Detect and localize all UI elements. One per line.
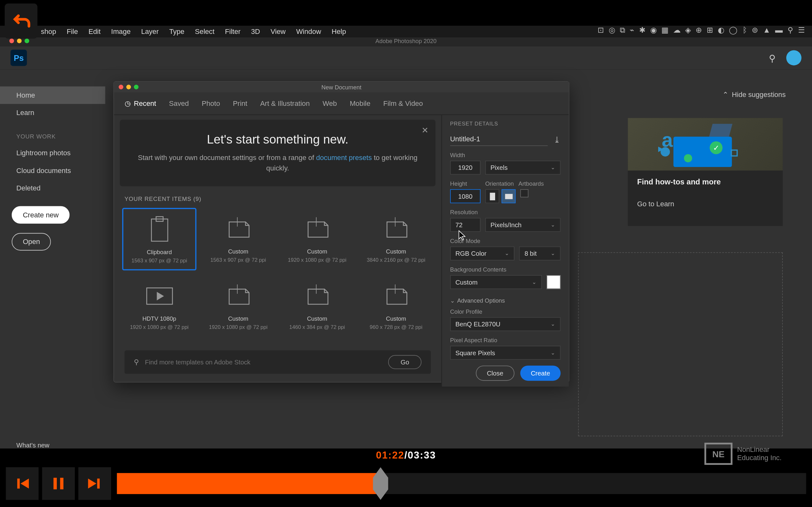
- tray-icon[interactable]: ☁: [673, 26, 681, 35]
- tray-icon[interactable]: ▦: [661, 26, 668, 35]
- tab-art[interactable]: Art & Illustration: [260, 97, 310, 110]
- stock-go-button[interactable]: Go: [388, 355, 421, 369]
- width-unit-select[interactable]: Pixels⌄: [485, 161, 561, 175]
- sidebar-deleted[interactable]: Deleted: [0, 179, 105, 197]
- menu-help[interactable]: Help: [332, 27, 346, 36]
- sidebar-home[interactable]: Home: [0, 87, 105, 104]
- tray-icon[interactable]: ⌁: [629, 26, 635, 35]
- menu-type[interactable]: Type: [169, 27, 184, 36]
- preset-item[interactable]: Clipboard1563 x 907 px @ 72 ppi: [122, 208, 196, 270]
- tab-web[interactable]: Web: [322, 97, 337, 110]
- bluetooth-icon[interactable]: ᛒ: [743, 26, 747, 35]
- width-input[interactable]: [450, 161, 480, 175]
- menu-file[interactable]: File: [67, 27, 78, 36]
- volume-icon[interactable]: ▲: [763, 26, 770, 35]
- preset-name: HDTV 1080p: [126, 315, 192, 322]
- menu-image[interactable]: Image: [111, 27, 131, 36]
- menu-view[interactable]: View: [270, 27, 286, 36]
- pixel-aspect-select[interactable]: Square Pixels⌄: [450, 346, 560, 360]
- resolution-input[interactable]: [450, 218, 480, 232]
- tray-icon[interactable]: ◐: [718, 26, 724, 35]
- background-select[interactable]: Custom⌄: [450, 275, 542, 289]
- resolution-unit-select[interactable]: Pixels/Inch⌄: [485, 218, 561, 232]
- dialog-create-button[interactable]: Create: [520, 366, 560, 381]
- tray-icon[interactable]: ◈: [685, 26, 691, 35]
- color-profile-select[interactable]: BenQ EL2870U⌄: [450, 317, 560, 331]
- video-progress-track[interactable]: [117, 473, 806, 494]
- banner: ✕ Let's start something new. Start with …: [120, 120, 436, 186]
- preset-item[interactable]: Custom1920 x 1080 px @ 72 ppi: [280, 208, 354, 270]
- artboards-checkbox[interactable]: [520, 189, 528, 198]
- tray-icon[interactable]: ⧉: [620, 26, 625, 35]
- color-mode-select[interactable]: RGB Color⌄: [450, 246, 514, 261]
- height-input[interactable]: [450, 189, 480, 203]
- sidebar-lightroom[interactable]: Lightroom photos: [0, 144, 105, 162]
- tray-icon[interactable]: ⊕: [696, 26, 702, 35]
- presets-grid: Clipboard1563 x 907 px @ 72 ppiCustom156…: [122, 208, 433, 336]
- preset-item[interactable]: Custom1460 x 384 px @ 72 ppi: [280, 275, 354, 337]
- close-light[interactable]: [9, 39, 14, 43]
- preset-item[interactable]: Custom1920 x 1080 px @ 72 ppi: [201, 275, 275, 337]
- tray-icon[interactable]: ◯: [729, 26, 738, 35]
- stock-search-input[interactable]: [145, 359, 383, 366]
- create-new-button[interactable]: Create new: [12, 206, 70, 224]
- tray-icon[interactable]: ✱: [639, 26, 646, 35]
- menu-edit[interactable]: Edit: [89, 27, 101, 36]
- minimize-light[interactable]: [17, 39, 21, 43]
- menu-icon[interactable]: ☰: [798, 26, 805, 35]
- tab-recent[interactable]: ◷Recent: [125, 97, 156, 110]
- search-icon[interactable]: ⚲: [769, 52, 776, 63]
- sidebar-learn[interactable]: Learn: [0, 104, 105, 121]
- dialog-min-light[interactable]: [126, 84, 131, 89]
- bit-depth-select[interactable]: 8 bit⌄: [519, 246, 560, 261]
- preset-item[interactable]: Custom960 x 728 px @ 72 ppi: [359, 275, 433, 337]
- search-icon[interactable]: ⚲: [788, 26, 793, 35]
- advanced-options-toggle[interactable]: ⌄Advanced Options: [450, 297, 560, 303]
- save-preset-icon[interactable]: ⤓: [554, 135, 560, 144]
- dialog-close-button[interactable]: Close: [476, 366, 514, 381]
- menu-window[interactable]: Window: [296, 27, 321, 36]
- battery-icon[interactable]: ▬: [775, 26, 783, 35]
- back-button[interactable]: [5, 3, 38, 39]
- preset-item[interactable]: Custom1563 x 907 px @ 72 ppi: [201, 208, 275, 270]
- dialog-max-light[interactable]: [134, 84, 139, 89]
- go-to-learn-link[interactable]: Go to Learn: [637, 200, 674, 208]
- dropzone[interactable]: [578, 252, 783, 436]
- progress-thumb[interactable]: [372, 467, 390, 500]
- orientation-portrait-button[interactable]: [485, 189, 499, 203]
- tab-photo[interactable]: Photo: [202, 97, 220, 110]
- sidebar-cloud-docs[interactable]: Cloud documents: [0, 162, 105, 179]
- prev-button[interactable]: [6, 467, 38, 500]
- learn-card[interactable]: a▶✓ Find how-tos and more Go to Learn: [628, 118, 782, 226]
- dialog-close-light[interactable]: [119, 84, 123, 89]
- tab-mobile[interactable]: Mobile: [350, 97, 370, 110]
- wifi-icon[interactable]: ⊚: [752, 26, 758, 35]
- tab-print[interactable]: Print: [233, 97, 247, 110]
- background-color-swatch[interactable]: [547, 275, 560, 289]
- menu-filter[interactable]: Filter: [225, 27, 241, 36]
- whats-new-link[interactable]: What's new: [16, 441, 49, 448]
- orientation-landscape-button[interactable]: [502, 189, 515, 203]
- banner-close-icon[interactable]: ✕: [421, 125, 428, 135]
- pause-button[interactable]: [42, 467, 75, 500]
- menu-3d[interactable]: 3D: [251, 27, 260, 36]
- preset-item[interactable]: HDTV 1080p1920 x 1080 px @ 72 ppi: [122, 275, 196, 337]
- photoshop-logo-icon[interactable]: Ps: [10, 50, 27, 66]
- next-button[interactable]: [78, 467, 111, 500]
- menu-shop[interactable]: shop: [41, 27, 56, 36]
- maximize-light[interactable]: [24, 39, 29, 43]
- tray-icon[interactable]: ⊡: [598, 26, 604, 35]
- tray-icon[interactable]: ⊞: [707, 26, 713, 35]
- tab-saved[interactable]: Saved: [169, 97, 189, 110]
- hide-suggestions-toggle[interactable]: ⌃Hide suggestions: [722, 91, 786, 99]
- menu-layer[interactable]: Layer: [141, 27, 159, 36]
- tray-icon[interactable]: ◎: [609, 26, 615, 35]
- document-name-input[interactable]: [450, 132, 548, 146]
- tray-icon[interactable]: ◉: [650, 26, 657, 35]
- user-avatar[interactable]: [786, 50, 802, 65]
- menu-select[interactable]: Select: [195, 27, 214, 36]
- open-button[interactable]: Open: [12, 233, 51, 250]
- preset-item[interactable]: Custom3840 x 2160 px @ 72 ppi: [359, 208, 433, 270]
- document-presets-link[interactable]: document presets: [316, 154, 372, 162]
- tab-film[interactable]: Film & Video: [383, 97, 423, 110]
